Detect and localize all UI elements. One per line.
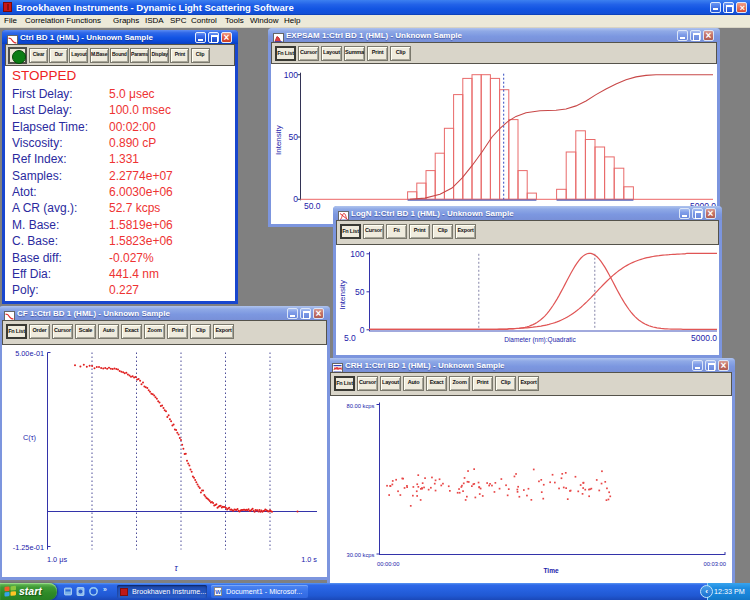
svg-text:100: 100 [284, 70, 298, 80]
svg-text:τ: τ [174, 563, 178, 573]
svg-text:Time: Time [543, 567, 558, 574]
svg-text:5000.0: 5000.0 [691, 333, 717, 343]
svg-text:50.0: 50.0 [304, 201, 321, 211]
svg-text:00:00:00: 00:00:00 [377, 561, 400, 567]
svg-text:100: 100 [350, 249, 364, 259]
svg-text:1.0 μs: 1.0 μs [47, 555, 67, 564]
svg-text:0: 0 [293, 194, 298, 204]
svg-text:Intensity: Intensity [274, 125, 283, 155]
svg-text:80.00 kcps: 80.00 kcps [346, 403, 374, 409]
svg-text:Diameter (nm):Quadratic: Diameter (nm):Quadratic [504, 336, 576, 344]
svg-text:00:03:00: 00:03:00 [703, 561, 726, 567]
svg-text:30.00 kcps: 30.00 kcps [346, 552, 374, 558]
svg-text:C(τ): C(τ) [23, 433, 36, 442]
svg-text:5.0: 5.0 [344, 333, 356, 343]
svg-text:50: 50 [289, 132, 299, 142]
svg-text:Intensity: Intensity [338, 280, 347, 310]
svg-text:5.00e-01: 5.00e-01 [15, 349, 44, 358]
svg-text:-1.25e-01: -1.25e-01 [13, 543, 44, 552]
svg-text:50: 50 [355, 287, 365, 297]
svg-text:0: 0 [360, 325, 365, 335]
svg-text:1.0 s: 1.0 s [301, 555, 317, 564]
